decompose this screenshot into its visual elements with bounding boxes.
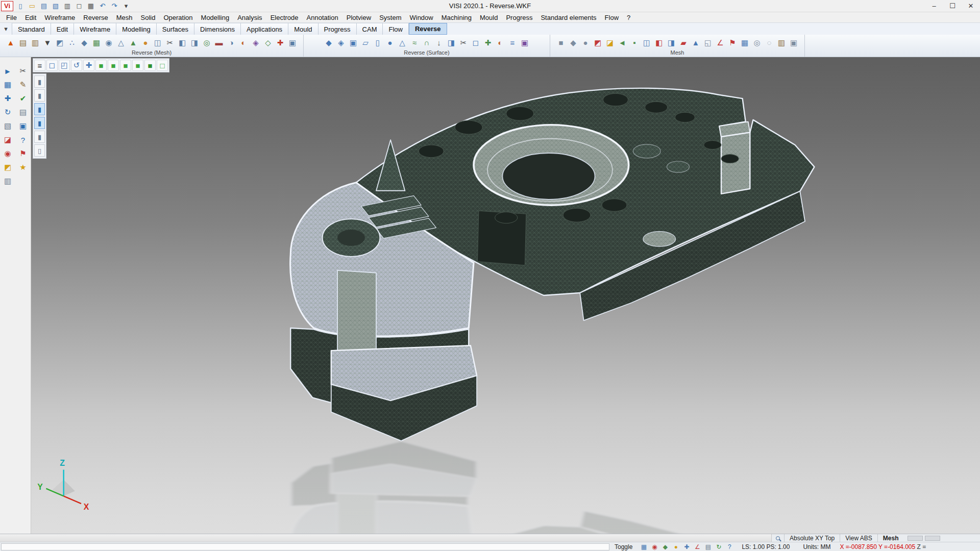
- close-button[interactable]: ✕: [962, 0, 980, 12]
- mesh-prism-icon[interactable]: ◆: [568, 37, 579, 48]
- viewport-3d-canvas[interactable]: Z Y X: [31, 57, 980, 534]
- pan-view-icon[interactable]: ✚: [83, 60, 94, 71]
- menu-progress[interactable]: Progress: [502, 14, 536, 21]
- layer-manager-icon[interactable]: ▤: [704, 543, 712, 551]
- snap-settings-icon[interactable]: ▦: [1, 78, 15, 91]
- auto-surface-icon[interactable]: ◆: [323, 37, 334, 48]
- menu-system[interactable]: System: [375, 14, 405, 21]
- mesh-intersect-icon[interactable]: ◨: [666, 37, 677, 48]
- customize-quick-access-icon[interactable]: ▾: [121, 1, 131, 11]
- extract-feature-icon[interactable]: ◇: [262, 37, 274, 48]
- snap-grid-icon[interactable]: ▦: [640, 543, 648, 551]
- top-view-icon[interactable]: ■: [108, 60, 119, 71]
- tab-flow[interactable]: Flow: [383, 23, 408, 35]
- reflect-lines-icon[interactable]: ≡: [507, 37, 518, 48]
- fit-view-icon[interactable]: ◻: [46, 60, 58, 71]
- iso-view-icon[interactable]: ■: [95, 60, 107, 71]
- mesh-doctor-icon[interactable]: ✚: [275, 37, 286, 48]
- zoom-window-icon[interactable]: ◰: [59, 60, 70, 71]
- workplane-icon[interactable]: ∠: [693, 543, 701, 551]
- save-all-icon[interactable]: ▧: [51, 1, 61, 11]
- menu-machining[interactable]: Machining: [437, 14, 476, 21]
- mesh-subtract-icon[interactable]: ◧: [653, 37, 665, 48]
- hatch-icon[interactable]: ▧: [1, 119, 15, 133]
- refine-mesh-icon[interactable]: ▲: [128, 37, 139, 48]
- untrim-surface-icon[interactable]: ◻: [470, 37, 481, 48]
- snap-midpoint-icon[interactable]: ◆: [661, 543, 669, 551]
- search-button[interactable]: [772, 534, 784, 542]
- sketch-curve-icon[interactable]: ≈: [409, 37, 420, 48]
- menu-plotview[interactable]: Plotview: [342, 14, 375, 21]
- flag-icon[interactable]: ⚑: [16, 147, 30, 160]
- menu-mould[interactable]: Mould: [476, 14, 502, 21]
- notes-icon[interactable]: ▥: [1, 174, 15, 188]
- tab-wireframe[interactable]: Wireframe: [74, 23, 116, 35]
- graphics-viewport[interactable]: ► ✂ ▦ ✎ ✚ ✔ ↻ ▤ ▧ ▣ ◪ ?: [0, 57, 980, 534]
- mesh-vertices-icon[interactable]: ▪: [629, 37, 640, 48]
- menu-operation[interactable]: Operation: [159, 14, 197, 21]
- select-icon[interactable]: ►: [1, 64, 15, 78]
- zoom-previous-icon[interactable]: ↺: [71, 60, 82, 71]
- curve-on-mesh-icon[interactable]: ∩: [421, 37, 432, 48]
- smooth-mesh-icon[interactable]: ◉: [103, 37, 114, 48]
- flame-icon[interactable]: ▲: [5, 37, 16, 48]
- mesh-shell-icon[interactable]: ◌: [764, 37, 775, 48]
- project-curve-icon[interactable]: ↓: [433, 37, 445, 48]
- palette-icon[interactable]: ◩: [1, 161, 15, 174]
- mesh-measure-icon[interactable]: ∠: [715, 37, 726, 48]
- extend-surface-icon[interactable]: ◨: [446, 37, 457, 48]
- menu-edit[interactable]: Edit: [21, 14, 40, 21]
- print-icon[interactable]: ▥: [62, 1, 72, 11]
- snap-intersection-icon[interactable]: ✚: [682, 543, 691, 551]
- menu-annotation[interactable]: Annotation: [303, 14, 342, 21]
- horizontal-scroll-strip[interactable]: [0, 534, 772, 542]
- decimate-mesh-icon[interactable]: △: [115, 37, 127, 48]
- import-mesh-icon[interactable]: ▤: [17, 37, 29, 48]
- menu-window[interactable]: Window: [405, 14, 437, 21]
- point-cloud-icon[interactable]: ∴: [66, 37, 78, 48]
- layers-icon[interactable]: ▤: [16, 106, 30, 119]
- target-icon[interactable]: ◉: [1, 147, 15, 160]
- mesh-wrap-icon[interactable]: ◎: [751, 37, 763, 48]
- command-input[interactable]: [1, 543, 609, 550]
- minimize-button[interactable]: –: [925, 0, 943, 12]
- front-view-icon[interactable]: ■: [120, 60, 131, 71]
- tab-reverse[interactable]: Reverse: [409, 23, 447, 35]
- filter-all-icon[interactable]: ▯: [34, 144, 45, 157]
- filter-solids-icon[interactable]: ▮: [34, 76, 45, 88]
- box-select-icon[interactable]: ▣: [16, 119, 30, 133]
- mesh-flag-icon[interactable]: ⚑: [727, 37, 738, 48]
- scissors-icon[interactable]: ✂: [16, 64, 30, 78]
- mesh-cut-plane-icon[interactable]: ▰: [678, 37, 689, 48]
- mesh-sphere-icon[interactable]: ●: [580, 37, 591, 48]
- move-icon[interactable]: ✚: [1, 92, 15, 105]
- menu-flow[interactable]: Flow: [601, 14, 623, 21]
- fill-holes-icon[interactable]: ●: [140, 37, 151, 48]
- mesh-export-icon[interactable]: ▥: [776, 37, 787, 48]
- pin-icon[interactable]: ▼: [42, 37, 53, 48]
- quad-surface-icon[interactable]: ▣: [348, 37, 359, 48]
- surface-info-icon[interactable]: ▣: [519, 37, 530, 48]
- snap-center-icon[interactable]: ●: [672, 543, 680, 551]
- fit-cone-icon[interactable]: △: [397, 37, 408, 48]
- offset-mesh-icon[interactable]: ◎: [201, 37, 212, 48]
- mesh-union-icon[interactable]: ◫: [641, 37, 652, 48]
- mesh-info-icon[interactable]: ▣: [287, 37, 298, 48]
- right-view-icon[interactable]: ■: [132, 60, 143, 71]
- align-mesh-icon[interactable]: ◩: [54, 37, 65, 48]
- shaded-view-icon[interactable]: ■: [144, 60, 156, 71]
- filter-mesh-icon[interactable]: ▮: [34, 117, 45, 129]
- query-icon[interactable]: ?: [16, 133, 30, 146]
- eraser-icon[interactable]: ◪: [1, 133, 15, 146]
- register-mesh-icon[interactable]: ◆: [79, 37, 90, 48]
- repair-mesh-icon[interactable]: ▦: [91, 37, 102, 48]
- menu-solid[interactable]: Solid: [137, 14, 160, 21]
- merge-mesh-icon[interactable]: ◨: [189, 37, 200, 48]
- menu-electrode[interactable]: Electrode: [266, 14, 303, 21]
- trim-mesh-icon[interactable]: ✂: [164, 37, 176, 48]
- tab-dimensions[interactable]: Dimensions: [194, 23, 241, 35]
- tab-modelling[interactable]: Modelling: [116, 23, 157, 35]
- mesh-mirror-icon[interactable]: ▲: [690, 37, 701, 48]
- stitch-surface-icon[interactable]: ✚: [482, 37, 494, 48]
- deviation-map-icon[interactable]: ◐: [238, 37, 249, 48]
